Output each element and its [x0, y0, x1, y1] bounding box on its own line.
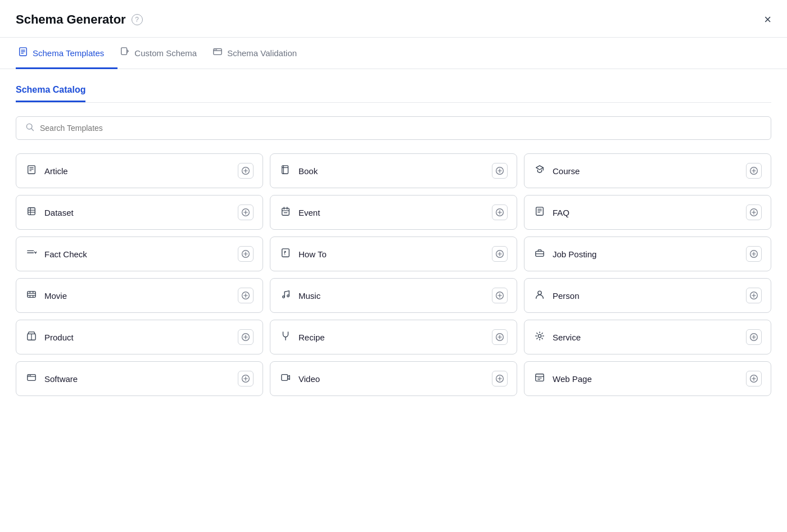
svg-rect-27: [28, 207, 35, 215]
dataset-add-button[interactable]: [238, 204, 254, 220]
software-label: Software: [44, 374, 78, 384]
product-label: Product: [44, 333, 74, 342]
card-left: Fact Check: [25, 248, 87, 261]
person-icon: [533, 289, 546, 302]
catalog-card-book[interactable]: Book: [270, 153, 517, 188]
person-add-button[interactable]: [746, 288, 762, 303]
catalog-card-recipe[interactable]: Recipe: [270, 320, 517, 354]
how-to-icon: [279, 248, 292, 261]
video-add-button[interactable]: [492, 371, 508, 387]
catalog-card-webpage[interactable]: Web Page: [524, 361, 771, 396]
schema-validation-icon: [212, 47, 223, 60]
help-icon[interactable]: ?: [132, 14, 143, 25]
article-icon: [25, 165, 38, 178]
service-add-button[interactable]: [746, 329, 762, 345]
catalog-card-product[interactable]: Product: [16, 320, 263, 354]
service-icon: [533, 331, 546, 344]
card-left: Product: [25, 331, 74, 344]
catalog-card-article[interactable]: Article: [16, 153, 263, 188]
event-label: Event: [298, 208, 320, 217]
svg-point-78: [538, 291, 541, 294]
tab-custom-schema[interactable]: Custom Schema: [117, 38, 210, 69]
svg-point-74: [287, 294, 290, 297]
book-add-button[interactable]: [492, 163, 508, 179]
software-add-button[interactable]: [238, 371, 254, 387]
svg-line-10: [31, 129, 34, 131]
faq-label: FAQ: [553, 208, 569, 217]
course-icon: [533, 165, 546, 178]
header-left: Schema Generator ?: [16, 12, 143, 27]
tab-schema-templates-label: Schema Templates: [33, 48, 104, 58]
svg-rect-34: [282, 208, 290, 215]
catalog-card-fact-check[interactable]: Fact Check: [16, 237, 263, 271]
tab-custom-schema-label: Custom Schema: [134, 48, 197, 58]
job-posting-label: Job Posting: [553, 249, 596, 259]
catalog-card-dataset[interactable]: Dataset: [16, 195, 263, 230]
tab-schema-validation[interactable]: Schema Validation: [210, 38, 310, 69]
svg-rect-18: [282, 165, 288, 173]
catalog-card-how-to[interactable]: How To: [270, 237, 517, 271]
card-left: Job Posting: [533, 248, 596, 261]
recipe-add-button[interactable]: [492, 329, 508, 345]
event-icon: [279, 206, 292, 219]
tabs-bar: Schema Templates Custom Schema Schema Va…: [0, 38, 787, 69]
header: Schema Generator ? ×: [0, 0, 787, 38]
catalog-card-job-posting[interactable]: Job Posting: [524, 237, 771, 271]
section-title: Schema Catalog: [16, 85, 85, 102]
webpage-add-button[interactable]: [746, 371, 762, 387]
book-icon: [279, 165, 292, 178]
catalog-card-faq[interactable]: FAQ: [524, 195, 771, 230]
tab-schema-validation-label: Schema Validation: [227, 48, 297, 58]
close-button[interactable]: ×: [764, 13, 771, 26]
catalog-card-course[interactable]: Course: [524, 153, 771, 188]
content-area: Schema Catalog ArticleBookCourseDatasetE…: [0, 69, 787, 412]
fact-check-label: Fact Check: [44, 249, 87, 259]
tab-schema-templates[interactable]: Schema Templates: [16, 38, 117, 69]
movie-icon: [25, 289, 38, 302]
movie-add-button[interactable]: [238, 288, 254, 303]
faq-icon: [533, 206, 546, 219]
article-label: Article: [44, 166, 68, 176]
video-icon: [279, 372, 292, 385]
recipe-label: Recipe: [298, 333, 325, 342]
search-icon: [25, 122, 34, 134]
catalog-card-event[interactable]: Event: [270, 195, 517, 230]
person-label: Person: [553, 291, 580, 301]
card-left: Dataset: [25, 206, 74, 219]
card-left: Book: [279, 165, 318, 178]
search-input[interactable]: [40, 124, 762, 133]
section-divider: [16, 102, 771, 103]
how-to-add-button[interactable]: [492, 246, 508, 262]
card-left: Article: [25, 165, 68, 178]
article-add-button[interactable]: [238, 163, 254, 179]
catalog-card-person[interactable]: Person: [524, 278, 771, 313]
job-posting-icon: [533, 248, 546, 261]
how-to-label: How To: [298, 249, 327, 259]
product-add-button[interactable]: [238, 329, 254, 345]
webpage-label: Web Page: [553, 374, 592, 384]
course-add-button[interactable]: [746, 163, 762, 179]
fact-check-add-button[interactable]: [238, 246, 254, 262]
svg-point-91: [538, 334, 541, 337]
svg-point-54: [284, 254, 285, 254]
catalog-card-software[interactable]: Software: [16, 361, 263, 396]
svg-rect-102: [282, 374, 288, 380]
catalog-card-movie[interactable]: Movie: [16, 278, 263, 313]
card-left: Movie: [25, 289, 67, 302]
job-posting-add-button[interactable]: [746, 246, 762, 262]
catalog-card-music[interactable]: Music: [270, 278, 517, 313]
card-left: Person: [533, 289, 580, 302]
card-left: Event: [279, 206, 320, 219]
catalog-card-service[interactable]: Service: [524, 320, 771, 354]
search-bar[interactable]: [16, 116, 771, 140]
custom-schema-icon: [120, 47, 130, 60]
catalog-card-video[interactable]: Video: [270, 361, 517, 396]
event-add-button[interactable]: [492, 204, 508, 220]
svg-rect-106: [536, 374, 544, 381]
card-left: How To: [279, 248, 327, 261]
music-add-button[interactable]: [492, 288, 508, 303]
faq-add-button[interactable]: [746, 204, 762, 220]
svg-point-98: [30, 375, 31, 376]
dataset-icon: [25, 206, 38, 219]
software-icon: [25, 372, 38, 385]
